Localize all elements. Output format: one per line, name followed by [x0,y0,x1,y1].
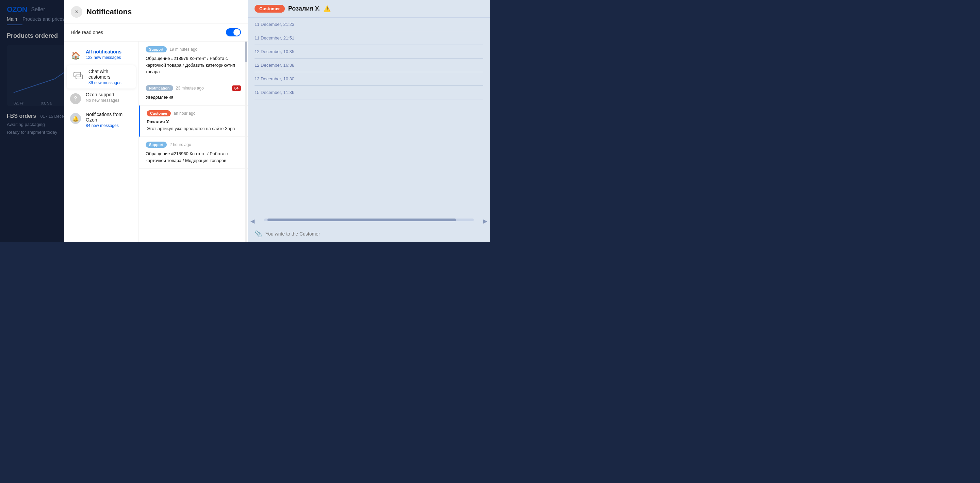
time-1: 19 minutes ago [169,47,197,52]
cat-text-support: Ozon support No new messages [86,92,119,103]
chat-date-3: 12 December, 16:38 [255,59,483,72]
chat-date-1: 11 December, 21:51 [255,31,483,45]
chat-date-text-0: 11 December, 21:23 [255,21,294,28]
chat-date-2: 12 December, 10:35 [255,45,483,59]
attach-icon[interactable]: 📎 [255,230,262,238]
messages-area: Support 19 minutes ago Обращение #218979… [139,41,248,242]
message-card-customer-1[interactable]: Customer an hour ago Розалия У. Этот арт… [139,105,248,137]
chat-date-text-1: 11 December, 21:51 [255,34,294,42]
category-chat[interactable]: Chat with customers 39 new messages [67,65,136,89]
cat-text-chat: Chat with customers 39 new messages [89,69,130,85]
message-title-1: Обращение #218979 Контент / Работа с кар… [146,55,241,75]
hide-read-toggle[interactable] [226,28,241,37]
h-scrollbar [264,218,474,221]
cat-text-notifications: Notifications from Ozon 84 new messages [86,112,133,128]
chat-input[interactable] [266,231,483,237]
chat-person-name: Розалия У. [288,5,320,12]
h-scroll-right[interactable]: ▶ [480,218,490,224]
cat-messages-notifications: 84 new messages [86,123,133,128]
customer-name-1: Розалия У. [147,119,241,124]
h-scroll-left[interactable]: ◀ [248,218,257,224]
scrollbar-track [245,41,247,242]
badge-customer-1: Customer [147,110,171,116]
hide-read-bar: Hide read ones [64,24,248,41]
warning-icon: ⚠️ [323,5,331,13]
cat-name-support: Ozon support [86,92,119,97]
house-icon-container: 🏠 [69,50,82,62]
message-meta-2: Notification 23 minutes ago 84 [146,85,241,91]
panel-header: × Notifications [64,0,248,24]
scrollbar-thumb[interactable] [245,41,247,62]
badge-support-2: Support [146,142,167,148]
panel-title: Notifications [86,8,132,16]
chat-panel: Customer Розалия У. ⚠️ 11 December, 21:2… [248,0,490,242]
cat-messages-chat: 39 new messages [89,80,130,85]
category-all[interactable]: 🏠 All notifications 123 new messages [64,46,138,65]
message-meta-4: Support 2 hours ago [146,142,241,148]
message-card-support-1[interactable]: Support 19 minutes ago Обращение #218979… [139,41,248,80]
count-badge-84: 84 [232,85,241,91]
cat-messages-support: No new messages [86,98,119,103]
notifications-panel: × Notifications Hide read ones 🏠 All not… [64,0,248,242]
h-scrollbar-thumb[interactable] [267,218,456,221]
time-2: 23 minutes ago [176,86,204,91]
hide-read-label: Hide read ones [71,30,103,35]
question-icon: ? [70,93,81,104]
close-button[interactable]: × [71,6,82,18]
cat-name-all: All notifications [86,49,121,54]
message-card-notification-1[interactable]: Notification 23 minutes ago 84 Уведомлен… [139,80,248,106]
message-title-2: Уведомления [146,94,241,101]
message-card-support-2[interactable]: Support 2 hours ago Обращение #218960 Ко… [139,137,248,169]
chat-date-5: 15 December, 11:36 [255,86,483,99]
bell-icon: 🔔 [70,113,81,124]
cat-text-all: All notifications 123 new messages [86,49,121,60]
chat-date-4: 13 December, 10:30 [255,72,483,86]
chat-date-text-5: 15 December, 11:36 [255,89,294,96]
categories-list: 🏠 All notifications 123 new messages Cha… [64,41,139,242]
cat-name-chat: Chat with customers [89,69,130,80]
cat-name-notifications: Notifications from Ozon [86,112,133,123]
message-meta-3: Customer an hour ago [147,110,241,116]
chat-icon-container [72,69,84,82]
chat-date-text-3: 12 December, 16:38 [255,61,294,69]
chat-dates-area: 11 December, 21:23 11 December, 21:51 12… [248,18,490,217]
message-body-1: Этот артикул уже продается на сайте Зара [147,126,241,132]
chat-input-area: 📎 [248,226,490,242]
chat-date-0: 11 December, 21:23 [255,18,483,31]
time-4: 2 hours ago [169,142,191,147]
question-icon-container: ? [69,92,82,105]
chat-customer-badge: Customer [255,5,285,13]
toggle-thumb [234,29,240,36]
category-notifications-ozon[interactable]: 🔔 Notifications from Ozon 84 new message… [64,108,138,131]
chat-icon [73,70,84,81]
chat-date-text-4: 13 December, 10:30 [255,75,294,83]
chat-header: Customer Розалия У. ⚠️ [248,0,490,18]
house-icon: 🏠 [71,51,80,60]
message-title-4: Обращение #218960 Контент / Работа с кар… [146,150,241,164]
badge-notification-1: Notification [146,85,173,91]
badge-support-1: Support [146,46,167,53]
panel-body: 🏠 All notifications 123 new messages Cha… [64,41,248,242]
cat-messages-all: 123 new messages [86,55,121,60]
bell-icon-container: 🔔 [69,112,82,124]
message-meta-1: Support 19 minutes ago [146,46,241,53]
category-support[interactable]: ? Ozon support No new messages [64,89,138,108]
chat-date-text-2: 12 December, 10:35 [255,48,294,56]
time-3: an hour ago [173,111,195,116]
